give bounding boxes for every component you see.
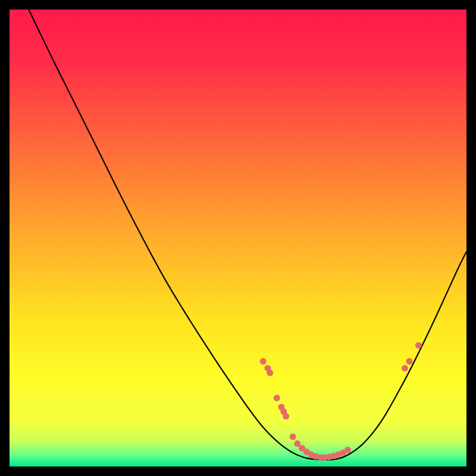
data-marker [406,358,413,365]
chart-frame: TheBottleneck.com [10,10,466,466]
data-marker [267,369,273,376]
data-marker [260,358,267,365]
data-marker [274,394,280,401]
bottleneck-chart [10,10,466,466]
data-marker [283,413,289,419]
data-marker [415,342,422,349]
data-marker [345,447,351,453]
data-marker [290,434,296,440]
data-marker [402,365,408,371]
gradient-background [10,10,466,466]
